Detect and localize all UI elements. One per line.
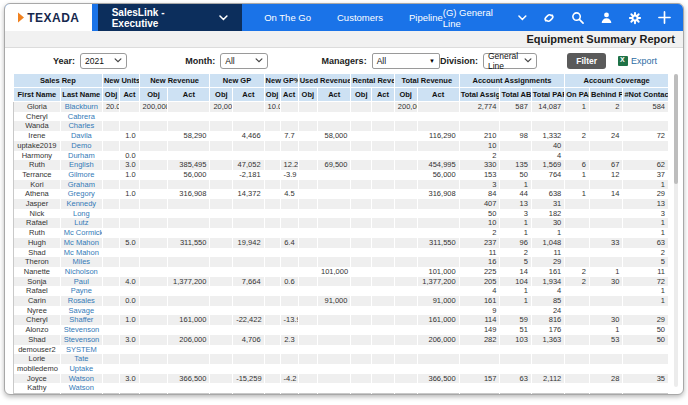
- app-menu-dropdown[interactable]: SalesLink - Executive: [98, 4, 243, 31]
- value-cell: [417, 112, 459, 122]
- last-name-link[interactable]: Payne: [60, 286, 102, 296]
- value-cell: [168, 141, 210, 151]
- value-cell: [351, 345, 372, 355]
- value-cell: 69,500: [318, 160, 351, 170]
- managers-select[interactable]: All ▼: [372, 53, 440, 69]
- value-cell: 206,000: [168, 335, 210, 345]
- month-select[interactable]: All: [220, 53, 267, 69]
- value-cell: [102, 345, 119, 355]
- column-header: Act: [233, 88, 264, 102]
- last-name-link[interactable]: Kennedy: [60, 199, 102, 209]
- user-icon[interactable]: [600, 11, 614, 25]
- last-name-link[interactable]: Gilmore: [60, 170, 102, 180]
- last-name-link[interactable]: Lutz: [60, 218, 102, 228]
- value-cell: [589, 248, 622, 258]
- value-cell: [210, 306, 233, 316]
- value-cell: 2: [589, 102, 622, 112]
- nav-item-customers[interactable]: Customers: [337, 12, 383, 23]
- value-cell: [589, 306, 622, 316]
- value-cell: [417, 180, 459, 190]
- search-icon[interactable]: [571, 11, 585, 25]
- value-cell: [318, 141, 351, 151]
- last-name-link[interactable]: Uptake: [60, 364, 102, 374]
- app-menu-label: SalesLink - Executive: [112, 7, 213, 29]
- value-cell: [298, 209, 317, 219]
- value-cell: [280, 296, 298, 306]
- value-cell: [168, 296, 210, 306]
- value-cell: [318, 248, 351, 258]
- last-name-link[interactable]: Long: [60, 209, 102, 219]
- value-cell: [139, 180, 168, 190]
- value-cell: [394, 189, 417, 199]
- value-cell: [318, 345, 351, 355]
- value-cell: [394, 121, 417, 131]
- value-cell: -4.2: [280, 374, 298, 384]
- last-name-link[interactable]: Durham: [60, 151, 102, 161]
- last-name-link[interactable]: Paul: [60, 277, 102, 287]
- value-cell: 7.7: [280, 131, 298, 141]
- value-cell: 19,942: [233, 238, 264, 248]
- value-cell: [565, 199, 590, 209]
- value-cell: [298, 228, 317, 238]
- last-name-link[interactable]: Savage: [60, 306, 102, 316]
- value-cell: 50: [459, 209, 500, 219]
- nav-item-pipeline[interactable]: Pipeline: [409, 12, 443, 23]
- link-icon[interactable]: [542, 11, 556, 25]
- table-header: Sales RepNew UnitsNew RevenueNew GPNew G…: [14, 74, 669, 102]
- value-cell: -22,422: [233, 315, 264, 325]
- last-name-link[interactable]: Demo: [60, 141, 102, 151]
- scrollbar-thumb[interactable]: [674, 74, 678, 184]
- last-name-link[interactable]: Charles: [60, 121, 102, 131]
- last-name-link[interactable]: Cabrera: [60, 112, 102, 122]
- last-name-link[interactable]: Miles: [60, 257, 102, 267]
- value-cell: 84: [459, 189, 500, 199]
- value-cell: [280, 218, 298, 228]
- last-name-link[interactable]: Stevenson: [60, 335, 102, 345]
- last-name-link[interactable]: Davila: [60, 131, 102, 141]
- value-cell: 2: [565, 131, 590, 141]
- value-cell: 72: [623, 131, 669, 141]
- last-name-link[interactable]: Stevenson: [60, 325, 102, 335]
- last-name-link[interactable]: Graham: [60, 180, 102, 190]
- column-group-header: New GP: [210, 74, 264, 88]
- value-cell: 31: [531, 199, 564, 209]
- nav-item-on-the-go[interactable]: On The Go: [264, 12, 311, 23]
- table-row: SonjaPaul4.01,377,2007,6640.61,377,20020…: [14, 277, 669, 287]
- last-name-link[interactable]: Mc Mahon: [60, 238, 102, 248]
- value-cell: [264, 315, 280, 325]
- last-name-link[interactable]: Tate: [60, 354, 102, 364]
- value-cell: [102, 335, 119, 345]
- last-name-link[interactable]: Shaffer: [60, 315, 102, 325]
- value-cell: 53: [589, 335, 622, 345]
- value-cell: [351, 209, 372, 219]
- gear-icon[interactable]: [628, 11, 642, 25]
- value-cell: [210, 151, 233, 161]
- value-cell: [372, 277, 395, 287]
- value-cell: 282: [459, 335, 500, 345]
- last-name-link[interactable]: Blackburn: [60, 102, 102, 112]
- filter-button[interactable]: Filter: [567, 53, 606, 69]
- year-select[interactable]: 2021: [80, 53, 127, 69]
- last-name-link[interactable]: Mc Mahon: [60, 248, 102, 258]
- value-cell: 311,550: [417, 238, 459, 248]
- add-icon[interactable]: [657, 11, 671, 25]
- last-name-link[interactable]: Mc Cormick: [60, 228, 102, 238]
- division-switcher[interactable]: (G) General Line: [443, 7, 527, 29]
- table-row: mobiledemoUptake: [14, 364, 669, 374]
- last-name-link[interactable]: Watson: [60, 383, 102, 393]
- last-name-link[interactable]: English: [60, 160, 102, 170]
- column-header: Obj: [298, 88, 317, 102]
- last-name-link[interactable]: Nicholson: [60, 267, 102, 277]
- last-name-link[interactable]: SYSTEM: [60, 345, 102, 355]
- division-select[interactable]: General Line: [483, 53, 537, 69]
- division-label: Division:: [440, 56, 478, 66]
- last-name-link[interactable]: Rosales: [60, 296, 102, 306]
- export-button[interactable]: Export: [618, 56, 657, 66]
- last-name-link[interactable]: Gregory: [60, 189, 102, 199]
- last-name-link[interactable]: Watson: [60, 374, 102, 384]
- value-cell: [168, 257, 210, 267]
- value-cell: [102, 209, 119, 219]
- value-cell: 205: [459, 277, 500, 287]
- value-cell: [394, 374, 417, 384]
- value-cell: [298, 218, 317, 228]
